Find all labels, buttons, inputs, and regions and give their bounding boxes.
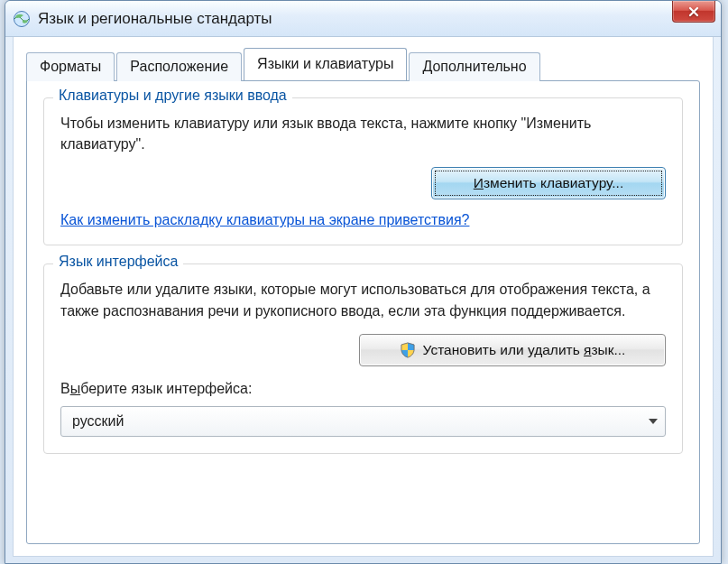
change-keyboard-button[interactable]: Изменить клавиатуру...: [431, 167, 666, 199]
button-label: Установить или удалить язык...: [423, 342, 626, 358]
group-keyboards-text: Чтобы изменить клавиатуру или язык ввода…: [60, 113, 666, 154]
tab-panel: Клавиатуры и другие языки ввода Чтобы из…: [26, 80, 700, 544]
client-area: Форматы Расположение Языки и клавиатуры …: [13, 37, 714, 557]
group-display-language: Язык интерфейса Добавьте или удалите язы…: [43, 264, 683, 453]
titlebar[interactable]: Язык и региональные стандарты: [5, 1, 721, 37]
group-keyboards: Клавиатуры и другие языки ввода Чтобы из…: [43, 97, 683, 245]
select-language-label: Выберите язык интерфейса:: [60, 381, 666, 397]
welcome-screen-layout-link[interactable]: Как изменить раскладку клавиатуры на экр…: [60, 212, 469, 228]
tab-formats[interactable]: Форматы: [26, 52, 115, 81]
button-label: Изменить клавиатуру...: [474, 175, 623, 191]
close-icon: [688, 6, 699, 17]
group-display-language-title: Язык интерфейса: [53, 254, 183, 270]
tabstrip: Форматы Расположение Языки и клавиатуры …: [26, 48, 700, 80]
display-language-combo[interactable]: русский: [60, 406, 666, 437]
globe-icon: [13, 10, 31, 28]
combo-value: русский: [72, 413, 124, 430]
install-uninstall-language-button[interactable]: Установить или удалить язык...: [359, 334, 666, 366]
tab-location[interactable]: Расположение: [116, 52, 242, 81]
close-button[interactable]: [672, 1, 715, 23]
dialog-window: Язык и региональные стандарты Форматы Ра…: [5, 0, 722, 564]
group-keyboards-title: Клавиатуры и другие языки ввода: [53, 88, 292, 104]
tab-additional[interactable]: Дополнительно: [409, 52, 539, 81]
shield-icon: [400, 342, 416, 358]
window-title: Язык и региональные стандарты: [38, 10, 272, 28]
tab-keyboards-languages[interactable]: Языки и клавиатуры: [244, 48, 407, 80]
group-display-language-text: Добавьте или удалите языки, которые могу…: [60, 279, 666, 320]
chevron-down-icon: [649, 419, 658, 424]
